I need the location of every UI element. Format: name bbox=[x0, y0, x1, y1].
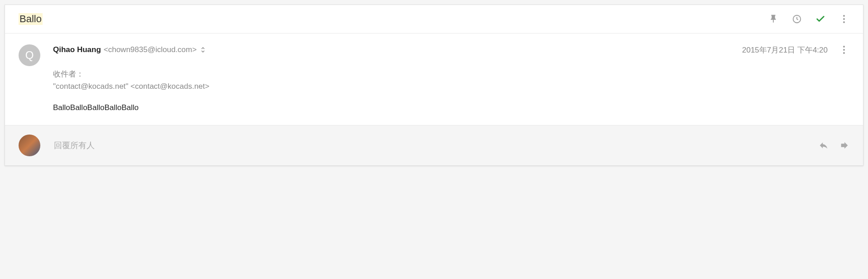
email-header: Ballo bbox=[5, 5, 863, 34]
email-body: Q Qihao Huang <chown9835@icloud.com> 201… bbox=[5, 34, 863, 125]
header-actions bbox=[768, 14, 849, 24]
date-actions: 2015年7月21日 下午4:20 bbox=[742, 44, 849, 55]
clock-icon[interactable] bbox=[791, 14, 802, 24]
recipients-value: "contact@kocads.net" <contact@kocads.net… bbox=[53, 80, 849, 92]
check-icon[interactable] bbox=[815, 14, 826, 24]
sender-avatar[interactable]: Q bbox=[19, 44, 40, 66]
sender-row: Qihao Huang <chown9835@icloud.com> 2015年… bbox=[53, 44, 849, 55]
more-icon[interactable] bbox=[839, 14, 849, 24]
sender-email: <chown9835@icloud.com> bbox=[104, 45, 197, 54]
user-avatar[interactable] bbox=[19, 135, 40, 156]
reply-placeholder[interactable]: 回覆所有人 bbox=[54, 140, 805, 151]
avatar-letter: Q bbox=[25, 49, 34, 62]
expand-icon[interactable] bbox=[201, 47, 205, 53]
recipients-label: 收件者： bbox=[53, 68, 849, 80]
reply-actions bbox=[819, 140, 849, 150]
message-more-icon[interactable] bbox=[839, 44, 849, 55]
forward-icon[interactable] bbox=[839, 140, 849, 150]
message-text: BalloBalloBalloBalloBallo bbox=[53, 103, 849, 112]
email-subject: Ballo bbox=[19, 13, 43, 25]
email-container: Ballo Q Qihao Huang <chown9835@icl bbox=[5, 5, 863, 166]
message-date: 2015年7月21日 下午4:20 bbox=[742, 45, 828, 55]
reply-bar[interactable]: 回覆所有人 bbox=[5, 125, 863, 165]
sender-name: Qihao Huang bbox=[53, 45, 101, 54]
message-content: Qihao Huang <chown9835@icloud.com> 2015年… bbox=[53, 44, 849, 112]
sender-info: Qihao Huang <chown9835@icloud.com> bbox=[53, 45, 205, 54]
pin-icon[interactable] bbox=[768, 14, 779, 24]
reply-icon[interactable] bbox=[819, 140, 829, 150]
recipients-block: 收件者： "contact@kocads.net" <contact@kocad… bbox=[53, 68, 849, 92]
